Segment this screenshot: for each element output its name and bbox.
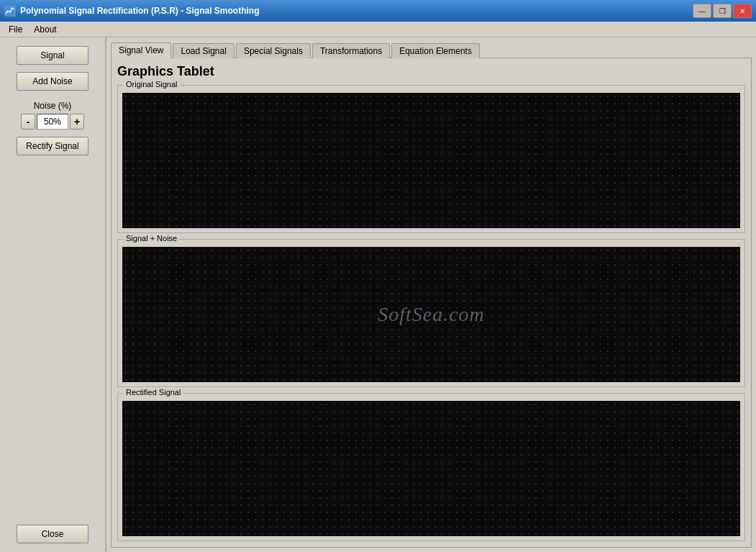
content-area: Signal View Load Signal Special Signals … — [106, 37, 756, 552]
window-controls: — ❐ ✕ — [693, 4, 752, 18]
original-signal-canvas — [122, 93, 740, 228]
noise-signal-canvas: SoftSea.com — [122, 247, 740, 382]
tab-special-signals[interactable]: Special Signals — [236, 43, 311, 58]
tab-load-signal[interactable]: Load Signal — [173, 43, 234, 58]
minimize-button[interactable]: — — [693, 4, 711, 18]
watermark: SoftSea.com — [378, 303, 485, 326]
noise-signal-box: Signal + Noise SoftSea.com — [117, 239, 745, 387]
noise-minus-button[interactable]: - — [21, 114, 35, 130]
rectified-signal-section: Rectified Signal — [117, 393, 745, 541]
close-button[interactable]: Close — [17, 525, 88, 543]
menu-about[interactable]: About — [28, 23, 62, 36]
panel-title: Graphics Tablet — [117, 64, 745, 79]
rectify-signal-button[interactable]: Rectify Signal — [17, 137, 88, 155]
restore-button[interactable]: ❐ — [713, 4, 732, 18]
svg-rect-0 — [4, 5, 16, 17]
noise-signal-label: Signal + Noise — [124, 234, 179, 243]
title-bar: Polynomial Signal Rectification (P.S.R) … — [0, 0, 756, 22]
signal-button[interactable]: Signal — [17, 46, 88, 65]
tab-equation-elements[interactable]: Equation Elements — [391, 43, 480, 58]
noise-plus-button[interactable]: + — [70, 114, 84, 130]
close-window-button[interactable]: ✕ — [733, 4, 752, 18]
add-noise-button[interactable]: Add Noise — [17, 72, 88, 91]
rectified-signal-label: Rectified Signal — [124, 388, 183, 397]
noise-controls: - + — [21, 114, 84, 130]
noise-signal-section: Signal + Noise SoftSea.com — [117, 239, 745, 387]
noise-input[interactable] — [37, 114, 68, 130]
tab-signal-view[interactable]: Signal View — [111, 42, 171, 58]
menu-file[interactable]: File — [3, 23, 28, 36]
original-signal-section: Original Signal — [117, 85, 745, 233]
sidebar: Signal Add Noise Noise (%) - + Rectify S… — [0, 37, 106, 552]
app-icon — [4, 5, 16, 17]
menu-bar: File About — [0, 22, 756, 37]
window-title: Polynomial Signal Rectification (P.S.R) … — [20, 6, 259, 16]
noise-label: Noise (%) — [34, 101, 72, 111]
original-signal-box: Original Signal — [117, 85, 745, 233]
main-container: Signal Add Noise Noise (%) - + Rectify S… — [0, 37, 756, 552]
tab-bar: Signal View Load Signal Special Signals … — [111, 42, 752, 58]
rectified-signal-canvas — [122, 401, 740, 536]
panel: Graphics Tablet Original Signal Signal +… — [111, 58, 752, 548]
tab-transformations[interactable]: Transformations — [312, 43, 390, 58]
rectified-signal-box: Rectified Signal — [117, 393, 745, 541]
noise-section: Noise (%) - + — [21, 101, 84, 130]
original-signal-label: Original Signal — [124, 80, 180, 89]
